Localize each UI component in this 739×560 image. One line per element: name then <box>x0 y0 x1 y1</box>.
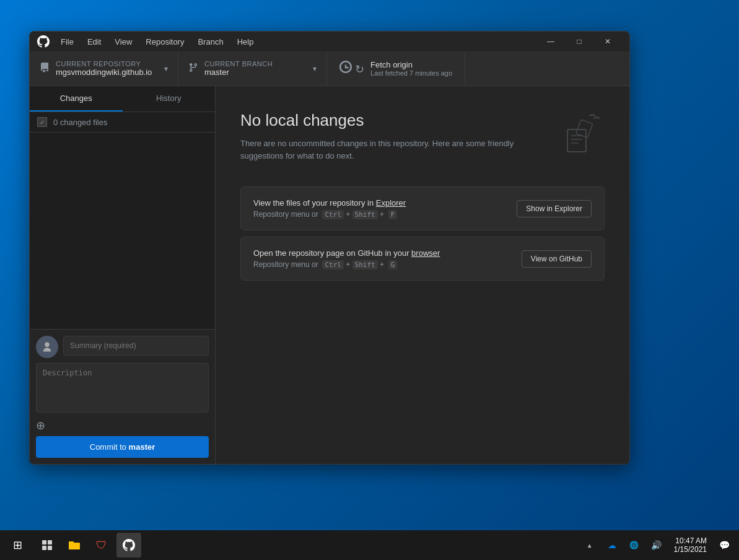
current-repo-selector[interactable]: Current repository mgsvmoddingwiki.githu… <box>30 51 178 85</box>
taskbar: ⊞ 🛡 ▲ ☁ 🌐 🔊 10:47 AM 1/15 <box>0 530 739 560</box>
no-changes-subtitle: There are no uncommitted changes in this… <box>240 138 543 162</box>
action-card-explorer-shortcut: Repository menu or Ctrl + Shift + F <box>253 210 517 219</box>
defender-icon[interactable]: 🛡 <box>89 533 114 558</box>
tab-history[interactable]: History <box>123 86 216 112</box>
action-card-explorer-text: View the files of your repository in Exp… <box>253 198 517 219</box>
commit-area: ⊕ Commit to master <box>30 329 215 464</box>
branch-chevron-icon: ▾ <box>313 64 317 73</box>
fetch-sublabel: Last fetched 7 minutes ago <box>370 69 452 77</box>
action-card-github: Open the repository page on GitHub in yo… <box>240 237 605 281</box>
start-button[interactable]: ⊞ <box>5 533 30 558</box>
branch-info: Current branch master <box>204 60 308 77</box>
svg-rect-5 <box>42 540 46 545</box>
sidebar-tabs: Changes History <box>30 86 215 112</box>
svg-rect-8 <box>48 546 52 550</box>
action-card-github-shortcut: Repository menu or Ctrl + Shift + G <box>253 260 522 269</box>
menu-branch[interactable]: Branch <box>191 35 229 49</box>
taskbar-tray: ▲ ☁ 🌐 🔊 10:47 AM 1/15/2021 💬 <box>580 535 734 555</box>
menu-view[interactable]: View <box>108 35 138 49</box>
branch-icon <box>188 63 198 75</box>
taskview-icon[interactable] <box>35 533 59 558</box>
fetch-label: Fetch origin <box>370 60 452 69</box>
menu-edit[interactable]: Edit <box>81 35 107 49</box>
close-button[interactable]: ✕ <box>593 32 622 51</box>
tray-onedrive-icon[interactable]: ☁ <box>602 535 622 555</box>
fetch-origin-button[interactable]: ↻ Fetch origin Last fetched 7 minutes ag… <box>327 51 465 85</box>
menu-file[interactable]: File <box>55 35 80 49</box>
repo-info: Current repository mgsvmoddingwiki.githu… <box>56 60 159 77</box>
svg-rect-4 <box>576 120 593 138</box>
action-card-github-text: Open the repository page on GitHub in yo… <box>253 248 522 269</box>
notifications-icon[interactable]: 💬 <box>714 535 734 555</box>
tray-network-icon[interactable]: 🌐 <box>624 535 644 555</box>
toolbar: Current repository mgsvmoddingwiki.githu… <box>30 51 629 86</box>
repo-chevron-icon: ▾ <box>164 64 168 73</box>
action-card-github-title: Open the repository page on GitHub in yo… <box>253 248 522 258</box>
avatar <box>36 336 58 358</box>
illustration <box>555 111 605 160</box>
commit-description-input[interactable] <box>36 363 209 413</box>
window-controls: — □ ✕ <box>536 32 622 51</box>
no-changes-text: No local changes There are no uncommitte… <box>240 111 543 162</box>
menu-bar: File Edit View Repository Branch Help <box>55 35 536 49</box>
title-bar: File Edit View Repository Branch Help — … <box>30 32 629 51</box>
taskbar-icons: 🛡 <box>35 533 141 558</box>
taskbar-time: 10:47 AM 1/15/2021 <box>669 536 712 554</box>
main-content: No local changes There are no uncommitte… <box>216 86 629 464</box>
view-on-github-button[interactable]: View on GitHub <box>522 250 592 268</box>
menu-repository[interactable]: Repository <box>139 35 190 49</box>
action-cards: View the files of your repository in Exp… <box>240 186 605 286</box>
sidebar: Changes History ✓ 0 changed files <box>30 86 216 464</box>
fetch-text: Fetch origin Last fetched 7 minutes ago <box>370 60 452 77</box>
branch-label: Current branch <box>204 60 308 68</box>
tray-chevron-icon[interactable]: ▲ <box>580 535 600 555</box>
content-area: Changes History ✓ 0 changed files <box>30 86 629 464</box>
maximize-button[interactable]: □ <box>565 32 593 51</box>
no-changes-header: No local changes There are no uncommitte… <box>240 111 605 162</box>
action-card-explorer-title: View the files of your repository in Exp… <box>253 198 517 208</box>
action-card-explorer: View the files of your repository in Exp… <box>240 186 605 230</box>
repo-icon <box>40 63 50 75</box>
repo-label: Current repository <box>56 60 159 68</box>
changed-files-row: ✓ 0 changed files <box>30 112 215 133</box>
no-changes-title: No local changes <box>240 111 543 130</box>
current-branch-selector[interactable]: Current branch master ▾ <box>178 51 327 85</box>
tab-changes[interactable]: Changes <box>30 86 123 112</box>
show-in-explorer-button[interactable]: Show in Explorer <box>517 200 592 217</box>
commit-summary-row <box>36 336 209 358</box>
add-coauthor-button[interactable]: ⊕ <box>36 419 209 432</box>
fetch-icon: ↻ <box>339 61 364 76</box>
changed-files-count: 0 changed files <box>53 118 107 127</box>
minimize-button[interactable]: — <box>536 32 565 51</box>
sidebar-file-list <box>30 133 215 329</box>
commit-summary-input[interactable] <box>63 336 209 356</box>
github-desktop-taskbar-icon[interactable] <box>116 533 141 558</box>
menu-help[interactable]: Help <box>231 35 260 49</box>
app-window: File Edit View Repository Branch Help — … <box>29 31 630 465</box>
svg-rect-7 <box>42 546 46 550</box>
svg-rect-6 <box>48 540 52 545</box>
branch-name: master <box>204 68 308 77</box>
commit-button[interactable]: Commit to master <box>36 436 209 458</box>
select-all-checkbox[interactable]: ✓ <box>37 117 47 127</box>
tray-volume-icon[interactable]: 🔊 <box>647 535 667 555</box>
github-logo-icon <box>37 35 50 48</box>
explorer-icon[interactable] <box>62 533 87 558</box>
repo-name: mgsvmoddingwiki.github.io <box>56 68 159 77</box>
